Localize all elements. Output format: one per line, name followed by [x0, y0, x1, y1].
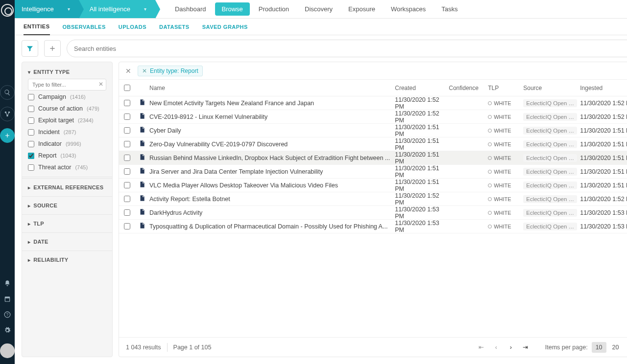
row-checkbox[interactable]: [124, 100, 130, 106]
col-source[interactable]: Source: [523, 85, 580, 91]
pager-next-icon[interactable]: ›: [506, 344, 516, 351]
ipp-option-50[interactable]: 50: [625, 342, 627, 353]
facet-source-header[interactable]: ▸SOURCE: [28, 203, 106, 208]
facet-item-threat-actor[interactable]: Threat actor (745): [28, 164, 106, 171]
rail-settings-icon[interactable]: [2, 325, 13, 336]
ipp-option-10[interactable]: 10: [592, 342, 606, 353]
facet-label: Campaign: [38, 93, 66, 100]
nav-tab-dashboard[interactable]: Dashboard: [168, 2, 213, 16]
row-checkbox[interactable]: [124, 127, 130, 134]
filter-chip[interactable]: ✕Entity type: Report: [138, 66, 203, 76]
remove-chip-icon[interactable]: ✕: [142, 68, 147, 74]
facet-item-indicator[interactable]: Indicator (9996): [28, 140, 106, 147]
row-checkbox[interactable]: [124, 182, 130, 188]
row-created: 11/30/2020 1:51 PM: [395, 179, 449, 192]
ipp-option-20[interactable]: 20: [608, 342, 623, 353]
add-button[interactable]: [44, 40, 61, 57]
subtab-entities[interactable]: ENTITIES: [24, 19, 50, 35]
table-row[interactable]: DarkHydrus Activity11/30/2020 1:53 PMWHI…: [119, 206, 627, 220]
facet-checkbox[interactable]: [28, 153, 34, 159]
facet-checkbox[interactable]: [28, 129, 34, 136]
nav-tab-production[interactable]: Production: [252, 2, 296, 16]
nav-tab-tasks[interactable]: Tasks: [434, 2, 464, 16]
facet-item-report[interactable]: Report (1043): [28, 152, 106, 159]
chevron-right-icon: ▸: [28, 257, 30, 263]
table-row[interactable]: Typosquatting & Duplication of Pharmaceu…: [119, 220, 627, 233]
row-name: VLC Media Player Allows Desktop Takeover…: [149, 182, 395, 189]
facet-filter-input[interactable]: [28, 79, 106, 91]
rail-help-icon[interactable]: ?: [2, 309, 13, 320]
facet-entity-type-header[interactable]: ▾ENTITY TYPE: [28, 69, 106, 75]
facet-external-references-header[interactable]: ▸EXTERNAL REFERENCES: [28, 184, 106, 190]
row-created: 11/30/2020 1:52 PM: [395, 110, 449, 124]
col-name[interactable]: Name: [149, 85, 395, 91]
facet-item-incident[interactable]: Incident (287): [28, 129, 106, 136]
table-row[interactable]: Activity Report: Estella Botnet11/30/202…: [119, 192, 627, 206]
select-all-checkbox[interactable]: [124, 85, 130, 91]
clear-filter-icon[interactable]: ✕: [98, 81, 103, 88]
table-row[interactable]: VLC Media Player Allows Desktop Takeover…: [119, 179, 627, 192]
table-row[interactable]: Russian Behind Massive LinkedIn, Dropbox…: [119, 151, 627, 165]
facet-checkbox[interactable]: [28, 164, 34, 171]
col-ingested[interactable]: Ingested: [580, 85, 627, 91]
search-input[interactable]: [74, 45, 627, 52]
row-ingested: 11/30/2020 1:53 PM: [580, 209, 627, 216]
user-avatar[interactable]: [0, 343, 15, 358]
rail-calendar-icon[interactable]: [2, 294, 13, 304]
row-checkbox[interactable]: [124, 114, 130, 120]
rail-bell-icon[interactable]: [2, 278, 13, 289]
table-row[interactable]: Zero-Day Vulnerability CVE-2019-0797 Dis…: [119, 137, 627, 151]
clear-all-filters-icon[interactable]: ✕: [124, 67, 133, 75]
subtab-uploads[interactable]: UPLOADS: [119, 19, 146, 35]
row-checkbox[interactable]: [124, 141, 130, 147]
row-name: Russian Behind Massive LinkedIn, Dropbox…: [149, 155, 395, 161]
facet-reliability-header[interactable]: ▸RELIABILITY: [28, 257, 106, 263]
pager-last-icon[interactable]: ⇥: [521, 343, 531, 351]
row-checkbox[interactable]: [124, 168, 130, 175]
rail-search-icon[interactable]: [0, 85, 15, 100]
table-row[interactable]: Cyber Daily11/30/2020 1:51 PMWHITEEclect…: [119, 124, 627, 137]
subtab-datasets[interactable]: DATASETS: [159, 19, 190, 35]
facet-item-campaign[interactable]: Campaign (1416): [28, 93, 106, 100]
breadcrumb-level2-label: All intelligence: [90, 5, 130, 13]
row-checkbox[interactable]: [124, 223, 130, 229]
nav-tab-browse[interactable]: Browse: [215, 2, 250, 16]
breadcrumb-level1[interactable]: Intelligence▾: [15, 0, 79, 18]
col-confidence[interactable]: Confidence: [449, 85, 488, 91]
facet-tlp-header[interactable]: ▸TLP: [28, 221, 106, 227]
row-ingested: 11/30/2020 1:53 PM: [580, 223, 627, 230]
facet-item-course-of-action[interactable]: Course of action (479): [28, 105, 106, 112]
table-footer: 1 043 results Page 1 of 105 ⇤ ‹ › ⇥ Item…: [119, 337, 627, 357]
row-checkbox[interactable]: [124, 209, 130, 216]
facet-checkbox[interactable]: [28, 106, 34, 112]
row-checkbox[interactable]: [124, 196, 130, 202]
col-tlp[interactable]: TLP: [488, 85, 523, 91]
search-field[interactable]: [67, 40, 627, 57]
chevron-down-icon: ▾: [28, 69, 30, 75]
nav-tab-workspaces[interactable]: Workspaces: [384, 2, 433, 16]
table-row[interactable]: CVE-2019-8912 - Linux Kernel Vulnerabili…: [119, 110, 627, 124]
table-row[interactable]: Jira Server and Jira Data Center Templat…: [119, 165, 627, 179]
rail-add-icon[interactable]: [0, 128, 15, 143]
subtab-observables[interactable]: OBSERVABLES: [63, 19, 106, 35]
pager-prev-icon: ‹: [491, 344, 501, 351]
top-nav: Intelligence▾ All intelligence▾ Dashboar…: [15, 0, 627, 19]
nav-tab-discovery[interactable]: Discovery: [298, 2, 339, 16]
facet-count: (1043): [61, 153, 76, 159]
subtab-saved-graphs[interactable]: SAVED GRAPHS: [202, 19, 248, 35]
col-created[interactable]: Created: [395, 85, 449, 91]
nav-tab-exposure[interactable]: Exposure: [341, 2, 382, 16]
facet-date-header[interactable]: ▸DATE: [28, 239, 106, 245]
table-row[interactable]: New Emotet Activity Targets New Zealand …: [119, 96, 627, 110]
row-created: 11/30/2020 1:51 PM: [395, 137, 449, 151]
facet-item-exploit-target[interactable]: Exploit target (2344): [28, 117, 106, 124]
filter-button[interactable]: [22, 40, 38, 57]
report-icon: [139, 222, 149, 230]
rail-graph-icon[interactable]: [0, 107, 15, 121]
facet-checkbox[interactable]: [28, 141, 34, 147]
row-checkbox[interactable]: [124, 155, 130, 161]
facet-checkbox[interactable]: [28, 94, 34, 100]
facet-checkbox[interactable]: [28, 117, 34, 124]
results-count: 1 043 results: [126, 344, 161, 351]
breadcrumb-level2[interactable]: All intelligence▾: [79, 0, 155, 18]
